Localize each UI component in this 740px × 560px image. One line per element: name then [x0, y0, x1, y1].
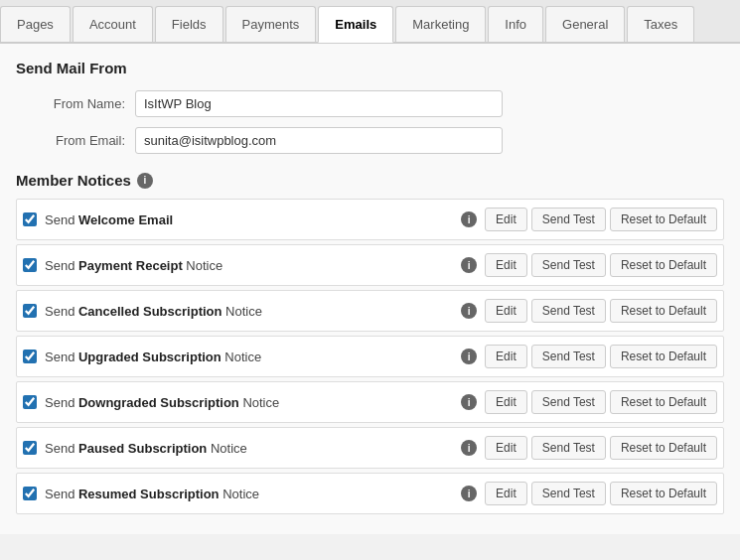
edit-button-2[interactable]: Edit [485, 299, 527, 323]
notice-info-icon-0[interactable]: i [461, 211, 477, 227]
from-name-label: From Name: [36, 96, 125, 111]
notice-info-icon-4[interactable]: i [461, 394, 477, 410]
notice-row: Send Welcome Email i Edit Send Test Rese… [16, 199, 724, 240]
notice-row: Send Payment Receipt Notice i Edit Send … [16, 244, 724, 286]
notice-row: Send Cancelled Subscription Notice i Edi… [16, 290, 724, 332]
reset-button-1[interactable]: Reset to Default [610, 253, 717, 277]
notice-checkbox-6[interactable] [23, 487, 37, 500]
notice-rows-container: Send Welcome Email i Edit Send Test Rese… [16, 199, 724, 514]
notice-checkbox-2[interactable] [23, 304, 37, 318]
tab-general[interactable]: General [545, 6, 625, 42]
tab-payments[interactable]: Payments [225, 6, 317, 42]
reset-button-0[interactable]: Reset to Default [610, 208, 717, 231]
notice-row: Send Downgraded Subscription Notice i Ed… [16, 381, 724, 423]
reset-button-5[interactable]: Reset to Default [610, 436, 717, 460]
tab-marketing[interactable]: Marketing [395, 6, 486, 42]
reset-button-4[interactable]: Reset to Default [610, 390, 717, 414]
from-email-input[interactable] [135, 127, 503, 154]
from-name-input[interactable] [135, 90, 503, 117]
notice-label-3: Send Upgraded Subscription Notice [45, 350, 461, 364]
notice-checkbox-4[interactable] [23, 395, 37, 409]
send-test-button-2[interactable]: Send Test [531, 299, 606, 323]
reset-button-6[interactable]: Reset to Default [610, 482, 717, 505]
notice-actions-2: i Edit Send Test Reset to Default [461, 299, 717, 323]
notice-label-0: Send Welcome Email [45, 212, 461, 227]
tab-account[interactable]: Account [73, 6, 153, 42]
notice-row: Send Resumed Subscription Notice i Edit … [16, 473, 724, 514]
notice-checkbox-5[interactable] [23, 441, 37, 455]
notice-actions-1: i Edit Send Test Reset to Default [461, 253, 717, 277]
notice-actions-5: i Edit Send Test Reset to Default [461, 436, 717, 460]
notice-checkbox-1[interactable] [23, 258, 37, 272]
member-notices-info-icon[interactable]: i [137, 173, 153, 189]
tab-fields[interactable]: Fields [155, 6, 223, 42]
notice-actions-3: i Edit Send Test Reset to Default [461, 345, 717, 368]
member-notices-title: Member Notices i [16, 172, 724, 189]
notice-checkbox-0[interactable] [23, 212, 37, 226]
tab-pages[interactable]: Pages [0, 6, 71, 42]
notice-actions-0: i Edit Send Test Reset to Default [461, 208, 717, 231]
edit-button-0[interactable]: Edit [485, 208, 527, 231]
edit-button-6[interactable]: Edit [485, 482, 527, 505]
edit-button-5[interactable]: Edit [485, 436, 527, 460]
tab-bar: Pages Account Fields Payments Emails Mar… [0, 0, 740, 43]
send-test-button-1[interactable]: Send Test [531, 253, 606, 277]
notice-label-4: Send Downgraded Subscription Notice [45, 395, 461, 410]
notice-actions-6: i Edit Send Test Reset to Default [461, 482, 717, 505]
tab-emails[interactable]: Emails [318, 6, 393, 43]
edit-button-1[interactable]: Edit [485, 253, 527, 277]
notice-info-icon-6[interactable]: i [461, 486, 477, 501]
main-content: Send Mail From From Name: From Email: Me… [0, 43, 740, 534]
notice-checkbox-3[interactable] [23, 350, 37, 363]
edit-button-4[interactable]: Edit [485, 390, 527, 414]
send-test-button-6[interactable]: Send Test [531, 482, 606, 505]
tab-taxes[interactable]: Taxes [627, 6, 694, 42]
tab-info[interactable]: Info [488, 6, 543, 42]
edit-button-3[interactable]: Edit [485, 345, 527, 368]
send-test-button-4[interactable]: Send Test [531, 390, 606, 414]
notice-info-icon-5[interactable]: i [461, 440, 477, 456]
notice-label-5: Send Paused Subscription Notice [45, 441, 461, 456]
reset-button-3[interactable]: Reset to Default [610, 345, 717, 368]
notice-row: Send Paused Subscription Notice i Edit S… [16, 427, 724, 469]
from-name-row: From Name: [36, 90, 724, 117]
send-test-button-5[interactable]: Send Test [531, 436, 606, 460]
notice-info-icon-1[interactable]: i [461, 257, 477, 273]
notice-label-2: Send Cancelled Subscription Notice [45, 304, 461, 319]
notice-label-6: Send Resumed Subscription Notice [45, 487, 461, 501]
from-email-label: From Email: [36, 133, 125, 148]
notice-label-1: Send Payment Receipt Notice [45, 258, 461, 273]
notice-info-icon-3[interactable]: i [461, 349, 477, 364]
notice-actions-4: i Edit Send Test Reset to Default [461, 390, 717, 414]
send-mail-from-title: Send Mail From [16, 60, 724, 76]
send-test-button-3[interactable]: Send Test [531, 345, 606, 368]
reset-button-2[interactable]: Reset to Default [610, 299, 717, 323]
notice-info-icon-2[interactable]: i [461, 303, 477, 319]
notice-row: Send Upgraded Subscription Notice i Edit… [16, 336, 724, 377]
send-test-button-0[interactable]: Send Test [531, 208, 606, 231]
from-email-row: From Email: [36, 127, 724, 154]
